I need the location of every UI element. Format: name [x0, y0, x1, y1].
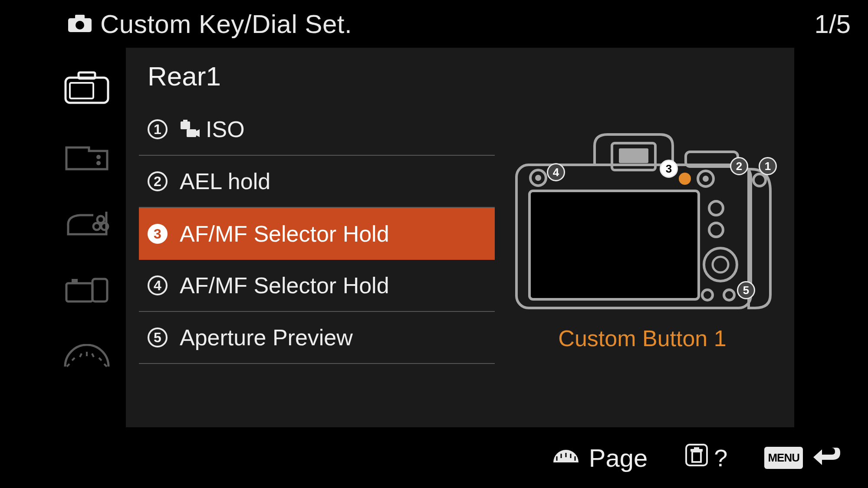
- svg-rect-47: [692, 452, 701, 462]
- svg-point-9: [101, 223, 108, 230]
- back-arrow-icon: [811, 442, 842, 473]
- svg-rect-1: [75, 15, 85, 19]
- svg-line-15: [72, 358, 75, 360]
- list-item[interactable]: 5 Aperture Preview: [139, 312, 495, 364]
- diagram-marker-4: 4: [547, 163, 565, 181]
- diagram-marker-2: 2: [730, 157, 748, 175]
- svg-rect-21: [181, 121, 190, 129]
- svg-point-35: [709, 201, 723, 215]
- item-label: AF/MF Selector Hold: [180, 272, 389, 298]
- list-item[interactable]: 4 AF/MF Selector Hold: [139, 260, 495, 312]
- tab-dial[interactable]: [54, 323, 119, 390]
- camera-icon: [67, 13, 92, 35]
- diagram-marker-3: 3: [660, 160, 678, 178]
- trash-icon: [684, 443, 709, 473]
- settings-panel: Rear1 1 ISO 2 AEL hold 3 AF/MF Selector …: [126, 48, 794, 427]
- svg-line-18: [92, 354, 94, 357]
- svg-point-33: [703, 176, 709, 182]
- diagram-marker-1: 1: [759, 157, 777, 175]
- svg-point-2: [76, 21, 84, 29]
- menu-icon: MENU: [764, 447, 803, 469]
- svg-point-10: [97, 216, 104, 223]
- camera-rear-diagram: 1 2 3 4 5: [508, 121, 777, 321]
- svg-point-6: [96, 155, 101, 159]
- svg-point-31: [679, 173, 691, 185]
- dial-icon: [551, 443, 581, 472]
- tab-lens[interactable]: [54, 256, 119, 323]
- item-number-badge: 2: [148, 171, 168, 191]
- svg-point-37: [704, 248, 737, 281]
- item-label: ISO: [206, 116, 245, 142]
- svg-point-30: [535, 175, 541, 181]
- svg-line-14: [67, 364, 69, 367]
- svg-rect-11: [66, 283, 92, 301]
- svg-point-39: [702, 290, 713, 300]
- page-indicator: 1/5: [815, 9, 851, 39]
- svg-rect-23: [187, 129, 196, 137]
- page-hint: Page: [551, 443, 648, 472]
- item-number-badge: 5: [148, 328, 168, 347]
- item-number-badge: 3: [148, 224, 168, 244]
- svg-rect-5: [70, 83, 93, 98]
- header-bar: Custom Key/Dial Set. 1/5: [0, 4, 868, 43]
- footer-bar: Page ? MENU: [0, 436, 868, 479]
- item-label: AF/MF Selector Hold: [180, 221, 389, 247]
- svg-point-8: [93, 223, 100, 230]
- diagram-caption: Custom Button 1: [508, 325, 777, 351]
- list-item[interactable]: 1 ISO: [139, 104, 495, 156]
- item-label: Aperture Preview: [180, 324, 353, 350]
- svg-line-20: [104, 364, 107, 367]
- diagram-marker-5: 5: [737, 281, 755, 299]
- settings-list: 1 ISO 2 AEL hold 3 AF/MF Selector Hold 4…: [139, 104, 495, 364]
- svg-point-7: [96, 161, 101, 165]
- item-label: AEL hold: [180, 168, 270, 194]
- svg-line-19: [99, 358, 102, 360]
- tab-rear2[interactable]: [54, 121, 119, 189]
- list-item[interactable]: 2 AEL hold: [139, 156, 495, 208]
- item-number-badge: 4: [148, 275, 168, 295]
- tab-rear1[interactable]: [54, 54, 119, 121]
- svg-point-40: [724, 290, 734, 300]
- svg-line-16: [80, 354, 82, 357]
- panel-title: Rear1: [126, 48, 794, 104]
- svg-rect-22: [183, 120, 187, 122]
- item-number-badge: 1: [148, 119, 168, 139]
- svg-point-38: [713, 257, 728, 272]
- still-movie-icon: [180, 120, 201, 139]
- svg-rect-49: [694, 447, 699, 449]
- list-item[interactable]: 3 AF/MF Selector Hold: [139, 208, 495, 260]
- page-title: Custom Key/Dial Set.: [100, 9, 352, 39]
- svg-point-34: [753, 174, 766, 186]
- svg-rect-28: [529, 191, 699, 299]
- svg-rect-13: [72, 279, 78, 283]
- help-label: ?: [714, 444, 727, 472]
- help-hint: ?: [684, 443, 727, 473]
- tab-top[interactable]: [54, 189, 119, 256]
- svg-point-36: [709, 223, 723, 237]
- svg-rect-4: [79, 72, 95, 79]
- svg-rect-26: [619, 148, 648, 163]
- category-tabs: [54, 54, 119, 390]
- svg-rect-12: [92, 279, 107, 301]
- back-hint: MENU: [764, 442, 842, 473]
- page-hint-label: Page: [589, 443, 648, 472]
